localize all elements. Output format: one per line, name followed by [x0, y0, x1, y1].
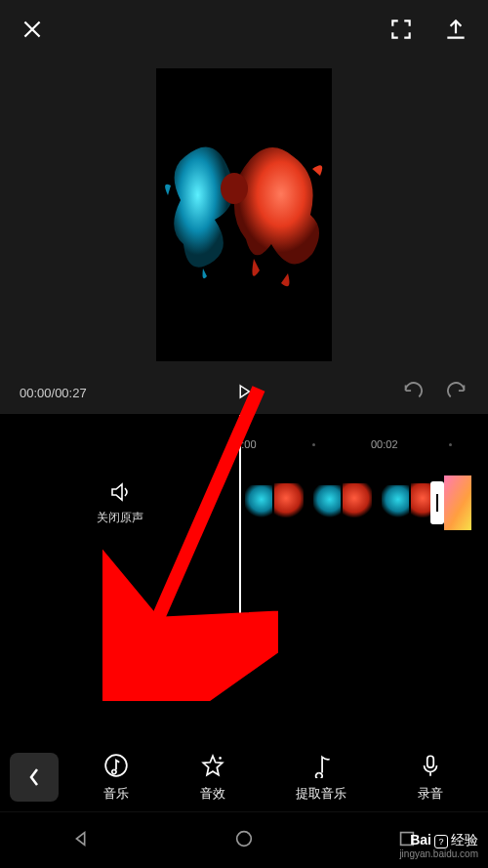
close-button[interactable]: [20, 17, 45, 42]
close-icon: [20, 17, 45, 42]
watermark-url: jingyan.baidu.com: [399, 848, 478, 860]
tool-effects-label: 音效: [200, 785, 225, 803]
svg-point-5: [237, 831, 252, 846]
audio-toolbar: 音乐 音效 提取音乐 录音: [0, 743, 488, 811]
preview-frame: [156, 68, 332, 361]
ruler-tick-0: 00:00: [229, 438, 257, 450]
timeline-ruler: 00:00 00:02: [0, 434, 488, 454]
toolbar-back-button[interactable]: [10, 753, 59, 802]
tool-music[interactable]: 音乐: [103, 753, 129, 803]
mute-label: 关闭原声: [97, 510, 143, 526]
tool-music-label: 音乐: [103, 785, 129, 803]
player-controls: 00:00/00:27: [0, 371, 488, 415]
tool-record[interactable]: 录音: [418, 753, 443, 803]
svg-rect-4: [427, 756, 434, 767]
svg-point-3: [219, 757, 222, 760]
watermark: Bai?经验 jingyan.baidu.com: [399, 832, 478, 860]
svg-point-0: [221, 173, 248, 204]
tool-extract-music[interactable]: 提取音乐: [296, 753, 346, 803]
ruler-dot: [312, 443, 315, 446]
tool-sound-effects[interactable]: 音效: [200, 753, 225, 803]
ruler-tick-2: 00:02: [371, 438, 398, 450]
nav-back[interactable]: [70, 828, 92, 853]
tool-extract-label: 提取音乐: [296, 785, 346, 803]
music-note-icon: [103, 753, 129, 778]
preview-area[interactable]: [0, 59, 488, 371]
preview-image: [156, 68, 332, 361]
play-button[interactable]: [235, 383, 253, 403]
clip-thumb[interactable]: [239, 475, 307, 530]
fullscreen-icon: [388, 17, 414, 42]
export-icon: [443, 17, 468, 42]
time-display: 00:00/00:27: [20, 386, 87, 400]
undo-icon: [401, 381, 423, 402]
undo-redo-group: [401, 381, 468, 405]
undo-button[interactable]: [401, 381, 423, 405]
watermark-brand: Bai?经验: [399, 832, 478, 848]
timeline[interactable]: 00:00 00:02 关闭原声: [0, 415, 488, 742]
watermark-brand-prefix: Bai: [410, 832, 431, 847]
redo-icon: [447, 381, 468, 402]
redo-button[interactable]: [447, 381, 468, 405]
microphone-icon: [418, 753, 443, 778]
clip-end-handle[interactable]: [430, 481, 444, 524]
fullscreen-button[interactable]: [388, 17, 414, 42]
clip-strip[interactable]: [239, 475, 471, 530]
clip-thumb-next[interactable]: [444, 475, 471, 530]
clip-thumb[interactable]: [307, 475, 376, 530]
chevron-left-icon: [27, 767, 41, 787]
nav-home[interactable]: [233, 828, 255, 853]
watermark-brand-suffix: 经验: [451, 832, 478, 847]
play-icon: [235, 383, 253, 400]
top-bar: [0, 0, 488, 59]
playhead[interactable]: [239, 415, 241, 640]
export-button[interactable]: [443, 17, 468, 42]
tool-record-label: 录音: [418, 785, 443, 803]
triangle-back-icon: [70, 828, 92, 849]
circle-home-icon: [233, 828, 255, 849]
mute-original-button[interactable]: 关闭原声: [0, 480, 239, 526]
sparkle-star-icon: [200, 753, 225, 778]
video-track: 关闭原声: [0, 469, 488, 537]
tiktok-note-icon: [308, 753, 334, 778]
ruler-dot: [449, 443, 452, 446]
system-navbar: Bai?经验 jingyan.baidu.com: [0, 811, 488, 868]
top-bar-right: [388, 17, 468, 42]
speaker-icon: [108, 480, 132, 504]
